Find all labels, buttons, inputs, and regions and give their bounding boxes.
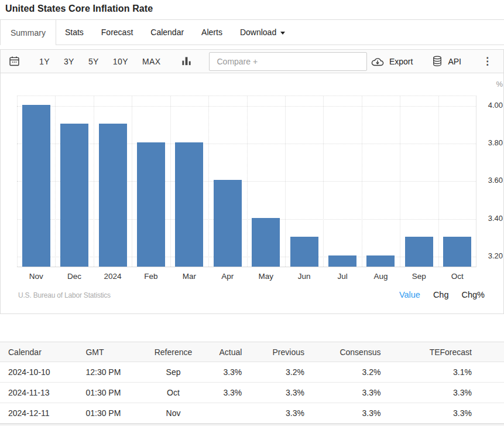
tab-download[interactable]: Download [231, 20, 294, 45]
table-cell: 3.3% [251, 403, 313, 424]
tab-label: Download [240, 28, 276, 37]
table-cell: 3.3% [203, 383, 251, 403]
header-cell-calendar: Calendar [0, 342, 77, 362]
header-cell-teforecast: TEForecast [389, 342, 504, 362]
table-cell: Oct [144, 383, 202, 403]
table-cell: 3.2% [313, 362, 390, 383]
bar-dec[interactable] [60, 124, 88, 267]
x-axis-label: Mar [170, 272, 208, 281]
header-cell-actual: Actual [203, 342, 251, 362]
export-cloud-icon [371, 56, 385, 67]
x-axis-label: Jul [323, 272, 361, 281]
header-cell-reference: Reference [144, 342, 202, 362]
y-axis-tick-label: 3.20 [479, 251, 503, 261]
x-axis-label: 2024 [94, 272, 132, 281]
range-button-1y[interactable]: 1Y [39, 57, 50, 66]
bar-oct[interactable] [443, 237, 471, 267]
calendar-table: CalendarGMTReferenceActualPreviousConsen… [0, 342, 504, 424]
range-button-5y[interactable]: 5Y [88, 57, 99, 66]
bar-aug[interactable] [366, 255, 395, 267]
table-cell: 3.3% [389, 383, 504, 403]
next-section-band [0, 424, 504, 426]
caret-down-icon [280, 32, 285, 35]
plot-area [17, 96, 476, 267]
header-cell-consensus: Consensus [313, 342, 390, 362]
tab-alerts[interactable]: Alerts [193, 20, 231, 45]
bar-chart-icon[interactable] [181, 56, 191, 66]
table-cell: 3.1% [389, 362, 504, 383]
bar-feb[interactable] [137, 142, 165, 267]
tab-label: Alerts [201, 28, 222, 37]
bar-may[interactable] [252, 218, 280, 267]
range-button-3y[interactable]: 3Y [64, 57, 74, 66]
table-row[interactable]: 2024-12-1101:30 PMNov3.3%3.3%3.3% [0, 403, 504, 424]
series-links: ValueChgChg% [399, 290, 485, 299]
kebab-menu-icon[interactable]: ⋮ [482, 56, 492, 66]
api-label: API [448, 57, 461, 66]
series-link-chgpct[interactable]: Chg% [462, 290, 485, 299]
bar-jul[interactable] [328, 255, 356, 267]
bar-nov[interactable] [22, 105, 50, 267]
table-cell [203, 403, 251, 424]
table-cell: 2024-12-11 [0, 403, 77, 424]
table-cell: 12:30 PM [77, 362, 144, 383]
range-button-max[interactable]: MAX [142, 57, 161, 66]
y-axis-tick-label: 3.40 [479, 214, 503, 223]
tab-label: Stats [65, 28, 84, 37]
calendar-header-row: CalendarGMTReferenceActualPreviousConsen… [0, 342, 504, 362]
x-axis-label: May [247, 272, 285, 281]
export-label: Export [389, 57, 413, 66]
bar-mar[interactable] [175, 142, 203, 267]
calendar-table-body: 2024-10-1012:30 PMSep3.3%3.2%3.2%3.1%202… [0, 362, 504, 424]
tab-stats[interactable]: Stats [56, 20, 92, 45]
chart-region: % U.S. Bureau of Labor Statistics ValueC… [1, 73, 503, 313]
range-buttons: 1Y3Y5Y10YMAX [39, 57, 160, 66]
table-row[interactable]: 2024-10-1012:30 PMSep3.3%3.2%3.2%3.1% [0, 362, 504, 383]
tab-label: Forecast [101, 28, 133, 37]
y-axis-tick-label: 3.80 [479, 138, 503, 148]
horizontal-gridline [17, 106, 476, 107]
tab-bar: SummaryStatsForecastCalendarAlertsDownlo… [0, 19, 504, 45]
calendar-table-head: CalendarGMTReferenceActualPreviousConsen… [0, 342, 504, 362]
y-axis-tick-label: 4.00 [479, 101, 503, 110]
tab-calendar[interactable]: Calendar [142, 20, 193, 45]
table-cell: 01:30 PM [77, 403, 144, 424]
x-axis-label: Oct [438, 272, 476, 281]
table-cell: 3.3% [313, 403, 390, 424]
chart-source-label: U.S. Bureau of Labor Statistics [18, 291, 111, 299]
export-button[interactable]: Export [371, 56, 413, 67]
table-cell: 01:30 PM [77, 383, 144, 403]
table-cell: 3.3% [389, 403, 504, 424]
table-cell: Nov [144, 403, 202, 424]
x-axis-label: Jun [285, 272, 323, 281]
bar-jun[interactable] [290, 237, 318, 267]
range-button-10y[interactable]: 10Y [113, 57, 128, 66]
table-cell: 2024-11-13 [0, 383, 77, 403]
table-cell: 3.3% [203, 362, 251, 383]
x-axis-label: Nov [17, 272, 55, 281]
tab-summary[interactable]: Summary [0, 20, 56, 45]
database-icon [431, 55, 443, 68]
bar-2024[interactable] [99, 124, 127, 267]
bar-sep[interactable] [405, 237, 433, 267]
table-cell: Sep [144, 362, 202, 383]
tab-label: Calendar [150, 28, 184, 37]
bar-apr[interactable] [214, 180, 242, 267]
tab-forecast[interactable]: Forecast [92, 20, 142, 45]
table-row[interactable]: 2024-11-1301:30 PMOct3.3%3.3%3.3%3.3% [0, 383, 504, 403]
header-cell-gmt: GMT [77, 342, 144, 362]
table-cell: 2024-10-10 [0, 362, 77, 383]
x-axis-label: Dec [55, 272, 93, 281]
page-header: United States Core Inflation Rate [0, 0, 504, 19]
compare-input[interactable] [209, 52, 367, 71]
calendar-icon[interactable] [8, 55, 20, 67]
header-cell-previous: Previous [251, 342, 313, 362]
x-axis-label: Apr [208, 272, 246, 281]
series-link-chg[interactable]: Chg [433, 290, 449, 299]
table-cell: 3.3% [251, 383, 313, 403]
page-title: United States Core Inflation Rate [5, 4, 499, 14]
x-axis-label: Aug [362, 272, 400, 281]
chart-toolbar: 1Y3Y5Y10YMAX Export [1, 50, 503, 73]
api-button[interactable]: API [431, 55, 461, 68]
series-link-value[interactable]: Value [399, 290, 420, 299]
